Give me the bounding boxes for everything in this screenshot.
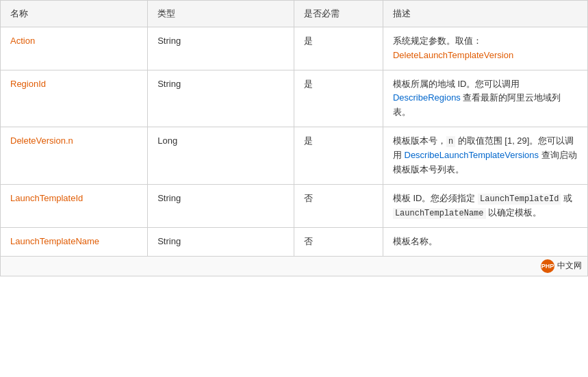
cell-type: String — [148, 70, 294, 127]
col-header-required: 是否必需 — [294, 1, 383, 27]
desc-link-orange[interactable]: DeleteLaunchTemplateVersion — [393, 50, 513, 60]
bottom-bar: PHP 中文网 — [1, 256, 587, 276]
table-row: LaunchTemplateNameString否模板名称。 — [1, 228, 587, 256]
param-name-link[interactable]: RegionId — [10, 79, 46, 89]
cell-required: 是 — [294, 127, 383, 184]
cell-name: RegionId — [1, 70, 148, 127]
param-name-link[interactable]: Action — [10, 36, 35, 46]
table-header-row: 名称 类型 是否必需 描述 — [1, 1, 587, 27]
cell-name: LaunchTemplateId — [1, 184, 148, 227]
logo-text: 中文网 — [557, 260, 582, 272]
desc-link-blue[interactable]: DescribeRegions — [393, 92, 461, 103]
cell-type: String — [148, 228, 294, 256]
col-header-name: 名称 — [1, 1, 148, 27]
table-row: DeleteVersion.nLong是模板版本号，n 的取值范围 [1, 29… — [1, 127, 587, 184]
desc-link-blue[interactable]: DescribeLaunchTemplateVersions — [405, 150, 539, 160]
site-logo: PHP 中文网 — [541, 259, 582, 273]
cell-required: 否 — [294, 184, 383, 227]
param-name-link[interactable]: LaunchTemplateId — [10, 193, 83, 203]
cell-required: 是 — [294, 70, 383, 127]
col-header-type: 类型 — [148, 1, 294, 27]
param-name-link[interactable]: DeleteVersion.n — [10, 135, 73, 146]
table-row: ActionString是系统规定参数。取值：DeleteLaunchTempl… — [1, 27, 587, 70]
logo-icon: PHP — [541, 259, 554, 273]
desc-code: n — [446, 136, 455, 147]
cell-name: DeleteVersion.n — [1, 127, 148, 184]
table-row: RegionIdString是模板所属的地域 ID。您可以调用 Describe… — [1, 70, 587, 127]
param-name-link[interactable]: LaunchTemplateName — [10, 236, 99, 246]
cell-description: 模板名称。 — [383, 228, 587, 256]
cell-description: 模板所属的地域 ID。您可以调用 DescribeRegions 查看最新的阿里… — [383, 70, 587, 127]
desc-code: LaunchTemplateId — [478, 194, 561, 205]
desc-code: LaunchTemplateName — [393, 208, 486, 219]
cell-description: 系统规定参数。取值：DeleteLaunchTemplateVersion — [383, 27, 587, 70]
cell-type: String — [148, 27, 294, 70]
cell-type: Long — [148, 127, 294, 184]
cell-required: 是 — [294, 27, 383, 70]
cell-type: String — [148, 184, 294, 227]
col-header-desc: 描述 — [383, 1, 587, 27]
cell-description: 模板 ID。您必须指定 LaunchTemplateId 或 LaunchTem… — [383, 184, 587, 227]
table-row: LaunchTemplateIdString否模板 ID。您必须指定 Launc… — [1, 184, 587, 227]
cell-description: 模板版本号，n 的取值范围 [1, 29]。您可以调用 DescribeLaun… — [383, 127, 587, 184]
cell-name: LaunchTemplateName — [1, 228, 148, 256]
api-params-table: 名称 类型 是否必需 描述 ActionString是系统规定参数。取值：Del… — [0, 0, 588, 276]
cell-name: Action — [1, 27, 148, 70]
cell-required: 否 — [294, 228, 383, 256]
